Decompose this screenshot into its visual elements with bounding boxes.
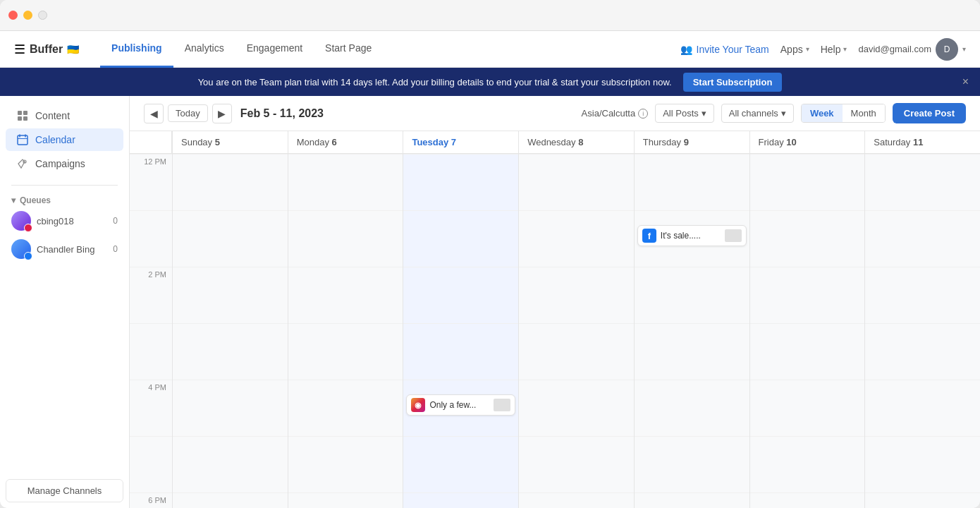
tab-publishing[interactable]: Publishing	[100, 31, 173, 68]
cell-sat-5[interactable]	[865, 436, 980, 492]
svg-rect-3	[23, 116, 27, 121]
cell-thu-2[interactable]	[635, 267, 749, 323]
cell-sat-2[interactable]	[865, 267, 980, 323]
user-chevron-icon: ▾	[962, 45, 966, 53]
cell-thu-5[interactable]	[635, 436, 749, 492]
sidebar-item-content[interactable]: Content	[6, 104, 123, 127]
cell-sat-3[interactable]	[865, 323, 980, 380]
manage-channels-button[interactable]: Manage Channels	[6, 479, 123, 502]
cell-sun-0[interactable]	[173, 154, 288, 210]
cell-mon-0[interactable]	[288, 154, 403, 210]
cell-tue-2[interactable]	[403, 267, 518, 323]
cell-tue-0[interactable]	[403, 154, 518, 210]
prev-button[interactable]: ◀	[144, 104, 164, 123]
cell-fri-6[interactable]	[750, 492, 865, 508]
cell-wed-6[interactable]	[519, 492, 634, 508]
cell-mon-5[interactable]	[288, 436, 403, 492]
cell-tue-3[interactable]	[403, 323, 518, 380]
next-button[interactable]: ▶	[212, 104, 232, 123]
sidebar-item-content-label: Content	[35, 110, 70, 121]
cell-wed-1[interactable]	[519, 210, 634, 267]
queue-item-1[interactable]: Chandler Bing 0	[0, 235, 129, 263]
cell-fri-1[interactable]	[750, 210, 865, 267]
cell-thu-6[interactable]	[635, 492, 749, 508]
queue-item-0[interactable]: cbing018 0	[0, 207, 129, 235]
cell-wed-3[interactable]	[519, 323, 634, 380]
cell-thu-1[interactable]: f It's sale.....	[635, 210, 749, 267]
user-info[interactable]: david@gmail.com D ▾	[858, 38, 966, 61]
time-slot-5pm	[130, 436, 172, 492]
cell-mon-2[interactable]	[288, 267, 403, 323]
titlebar	[0, 0, 980, 31]
cell-tue-5[interactable]	[403, 436, 518, 492]
cell-sun-4[interactable]	[173, 380, 288, 436]
filter-channels-button[interactable]: All channels ▾	[721, 104, 794, 123]
sidebar-item-campaigns[interactable]: Campaigns	[6, 152, 123, 175]
cell-sun-1[interactable]	[173, 210, 288, 267]
month-view-button[interactable]: Month	[843, 104, 885, 122]
cell-fri-3[interactable]	[750, 323, 865, 380]
day-header-3: Wednesday 8	[518, 131, 634, 153]
filter-posts-chevron-icon: ▾	[702, 108, 706, 119]
cell-sat-0[interactable]	[865, 154, 980, 210]
cell-fri-4[interactable]	[750, 380, 865, 436]
sidebar-section-content: Content Calendar Campaigns	[0, 102, 129, 179]
calendar-content: ◀ Today ▶ Feb 5 - 11, 2023 Asia/Calcutta…	[130, 96, 980, 508]
cell-wed-2[interactable]	[519, 267, 634, 323]
tab-engagement[interactable]: Engagement	[235, 31, 314, 68]
sidebar-item-calendar[interactable]: Calendar	[6, 128, 123, 151]
event-fb-its-sale-thu[interactable]: f It's sale.....	[637, 225, 747, 246]
cell-wed-4[interactable]	[519, 380, 634, 436]
event-ig-only-few[interactable]: ◉ Only a few...	[406, 394, 515, 416]
week-view-button[interactable]: Week	[802, 104, 843, 122]
timezone-info-icon[interactable]: i	[638, 109, 648, 119]
cell-tue-4[interactable]: ◉ Only a few...	[403, 380, 518, 436]
cell-sun-6[interactable]	[173, 492, 288, 508]
banner-close-button[interactable]: ×	[962, 75, 969, 88]
cell-sun-2[interactable]	[173, 267, 288, 323]
cell-sun-5[interactable]	[173, 436, 288, 492]
day-col-wednesday: ◉ You will feel...	[518, 154, 634, 508]
social-badge-0	[24, 224, 32, 232]
cell-wed-5[interactable]	[519, 436, 634, 492]
cell-mon-4[interactable]	[288, 380, 403, 436]
help-button[interactable]: Help ▾	[821, 44, 847, 55]
cell-tue-6[interactable]	[403, 492, 518, 508]
cell-sat-1[interactable]	[865, 210, 980, 267]
start-subscription-button[interactable]: Start Subscription	[683, 73, 783, 92]
close-button[interactable]	[8, 11, 18, 20]
top-navigation: ☰ Buffer 🇺🇦 Publishing Analytics Engagem…	[0, 31, 980, 68]
tab-analytics[interactable]: Analytics	[173, 31, 235, 68]
cell-thu-3[interactable]	[635, 323, 749, 380]
cell-thu-4[interactable]	[635, 380, 749, 436]
filter-posts-button[interactable]: All Posts ▾	[655, 104, 714, 123]
logo-text: Buffer	[30, 43, 63, 56]
traffic-lights	[8, 11, 47, 20]
apps-button[interactable]: Apps ▾	[780, 44, 809, 55]
queues-section-label[interactable]: ▾ Queues	[0, 191, 129, 207]
cell-mon-6[interactable]	[288, 492, 403, 508]
invite-team-button[interactable]: 👥 Invite Your Team	[680, 44, 769, 55]
cell-fri-0[interactable]	[750, 154, 865, 210]
cell-fri-2[interactable]	[750, 267, 865, 323]
cell-mon-1[interactable]	[288, 210, 403, 267]
tab-start-page[interactable]: Start Page	[314, 31, 383, 68]
view-toggle: Week Month	[801, 104, 886, 123]
cell-fri-5[interactable]	[750, 436, 865, 492]
cell-wed-0[interactable]	[519, 154, 634, 210]
cell-mon-3[interactable]	[288, 323, 403, 380]
timezone-selector[interactable]: Asia/Calcutta i	[582, 108, 649, 119]
cell-thu-0[interactable]	[635, 154, 749, 210]
minimize-button[interactable]	[23, 11, 32, 20]
cell-sat-6[interactable]	[865, 492, 980, 508]
cell-sun-3[interactable]	[173, 323, 288, 380]
maximize-button[interactable]	[38, 11, 47, 20]
cell-tue-1[interactable]	[403, 210, 518, 267]
create-post-button[interactable]: Create Post	[893, 103, 966, 123]
cell-sat-4[interactable]	[865, 380, 980, 436]
queue-count-0: 0	[113, 216, 118, 226]
calendar-header: Sunday 5 Monday 6 Tuesday 7 Wednesday 8 …	[130, 131, 980, 154]
today-button[interactable]: Today	[168, 104, 208, 122]
day-col-monday	[288, 154, 403, 508]
svg-rect-0	[18, 111, 22, 115]
